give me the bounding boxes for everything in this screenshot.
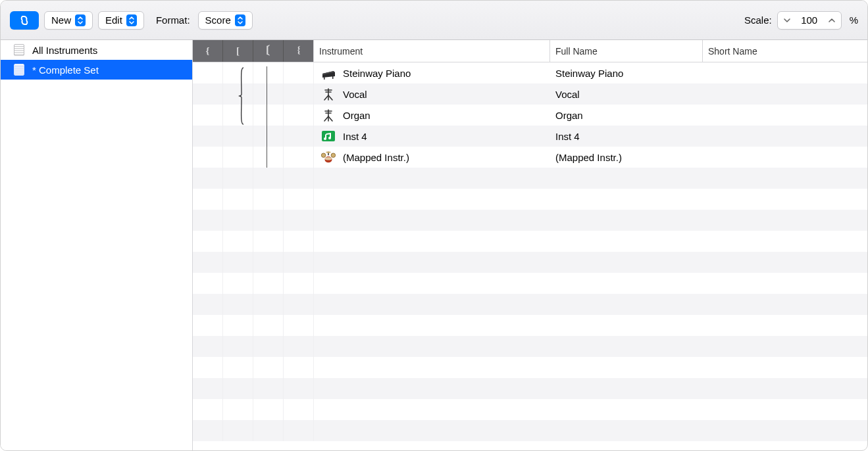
table-row-empty	[193, 210, 867, 231]
bracket-cell[interactable]	[253, 83, 284, 105]
table-row-empty	[193, 399, 867, 420]
grid-body[interactable]: Steinway PianoSteinway PianoVocalVocalOr…	[193, 62, 867, 450]
table-row[interactable]: Inst 4Inst 4	[193, 126, 867, 147]
table-row-empty	[193, 231, 867, 252]
table-row-empty	[193, 294, 867, 315]
instrument-name: Steinway Piano	[343, 68, 411, 79]
bracket-cell	[223, 231, 253, 252]
bracket-cell[interactable]	[223, 126, 253, 147]
bracket-cell	[284, 252, 314, 273]
bracket-cell[interactable]	[253, 105, 284, 126]
grid-header: {[𝄕𝄔 Instrument Full Name Short Name	[193, 40, 867, 62]
cell-instrument[interactable]: Vocal	[314, 86, 550, 102]
bracket-cell[interactable]	[193, 147, 223, 168]
bracket-cell	[284, 399, 314, 420]
bracket-cell	[193, 252, 223, 273]
cell-full-name[interactable]: Vocal	[550, 89, 703, 100]
scale-value[interactable]: 100	[794, 14, 825, 26]
scale-stepper[interactable]: 100	[777, 11, 842, 30]
col-header-short-name[interactable]: Short Name	[703, 40, 867, 62]
format-select[interactable]: Score	[198, 11, 253, 30]
percent-label: %	[847, 14, 858, 26]
table-row-empty	[193, 336, 867, 357]
table-row[interactable]: (Mapped Instr.)(Mapped Instr.)	[193, 147, 867, 168]
bracket-cell	[223, 315, 253, 336]
bracket-cell	[284, 336, 314, 357]
bracket-cell[interactable]	[284, 62, 314, 83]
bracket-cell	[193, 189, 223, 210]
bracket-cell[interactable]	[193, 126, 223, 147]
cell-instrument[interactable]: Inst 4	[314, 128, 550, 144]
cell-instrument[interactable]: (Mapped Instr.)	[314, 149, 550, 165]
bracket-headers: {[𝄕𝄔	[193, 40, 314, 62]
bracket-cell	[193, 168, 223, 189]
bracket-cell[interactable]	[193, 83, 223, 105]
bracket-cell	[193, 420, 223, 441]
bracket-column-header[interactable]: [	[223, 40, 253, 62]
sidebar-item[interactable]: * Complete Set	[1, 60, 192, 80]
bracket-cell	[193, 231, 223, 252]
bracket-column-header[interactable]: 𝄕	[253, 40, 284, 62]
cell-full-name[interactable]: Inst 4	[550, 131, 703, 142]
bracket-cell[interactable]	[284, 126, 314, 147]
table-row-empty	[193, 189, 867, 210]
bracket-cell[interactable]	[223, 83, 253, 105]
new-label: New	[51, 14, 71, 26]
format-value: Score	[205, 14, 231, 26]
bracket-cell	[253, 357, 284, 378]
cell-full-name[interactable]: (Mapped Instr.)	[550, 152, 703, 163]
bracket-cell	[284, 273, 314, 294]
col-header-instrument[interactable]: Instrument	[314, 40, 550, 62]
bracket-cell[interactable]	[253, 147, 284, 168]
bracket-cell	[253, 189, 284, 210]
table-row[interactable]: VocalVocal	[193, 83, 867, 105]
bracket-cell	[193, 399, 223, 420]
updown-caret-icon	[126, 14, 137, 26]
bracket-cell[interactable]	[223, 62, 253, 83]
stand-icon	[320, 107, 336, 123]
cell-instrument[interactable]: Organ	[314, 107, 550, 123]
bracket-column-header[interactable]: {	[193, 40, 223, 62]
col-header-short-name-label: Short Name	[708, 46, 757, 57]
svg-rect-2	[322, 131, 335, 141]
bracket-cell	[223, 252, 253, 273]
bracket-cell	[223, 168, 253, 189]
col-header-full-name[interactable]: Full Name	[550, 40, 703, 62]
bracket-cell	[284, 189, 314, 210]
bracket-cell[interactable]	[253, 62, 284, 83]
bracket-column-header[interactable]: 𝄔	[284, 40, 314, 62]
bracket-cell[interactable]	[193, 62, 223, 83]
bracket-cell	[284, 378, 314, 399]
main-area: All Instruments* Complete Set {[𝄕𝄔 Instr…	[1, 40, 867, 450]
cell-instrument[interactable]: Steinway Piano	[314, 65, 550, 81]
format-label: Format:	[149, 14, 193, 26]
bracket-cell[interactable]	[284, 83, 314, 105]
scale-decrement[interactable]	[780, 13, 794, 28]
bracket-cell	[284, 168, 314, 189]
table-row[interactable]: OrganOrgan	[193, 105, 867, 126]
bracket-cell[interactable]	[223, 147, 253, 168]
bracket-cell[interactable]	[253, 126, 284, 147]
bracket-cell	[223, 336, 253, 357]
cell-full-name[interactable]: Organ	[550, 110, 703, 121]
bracket-cell	[284, 210, 314, 231]
col-header-instrument-label: Instrument	[319, 46, 363, 57]
svg-rect-0	[324, 77, 325, 80]
drumkit-icon	[320, 149, 336, 165]
bracket-cell	[223, 357, 253, 378]
cell-full-name[interactable]: Steinway Piano	[550, 68, 703, 79]
sidebar-item[interactable]: All Instruments	[1, 40, 192, 60]
new-menu-button[interactable]: New	[44, 11, 93, 30]
bracket-cell[interactable]	[284, 147, 314, 168]
bracket-cell[interactable]	[223, 105, 253, 126]
updown-caret-icon	[75, 14, 86, 26]
bracket-cell	[253, 399, 284, 420]
bracket-cell[interactable]	[284, 105, 314, 126]
edit-menu-button[interactable]: Edit	[98, 11, 144, 30]
bracket-cell	[284, 315, 314, 336]
table-row[interactable]: Steinway PianoSteinway Piano	[193, 62, 867, 83]
scale-increment[interactable]	[825, 13, 838, 28]
svg-point-8	[326, 152, 330, 153]
link-button[interactable]	[10, 11, 39, 30]
bracket-cell[interactable]	[193, 105, 223, 126]
